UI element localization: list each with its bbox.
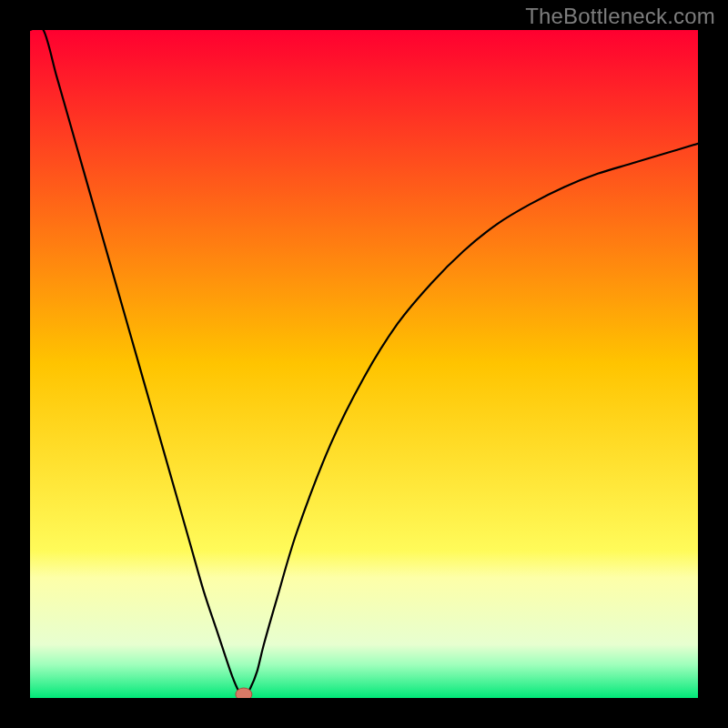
chart-frame: TheBottleneck.com [0, 0, 728, 728]
watermark-text: TheBottleneck.com [525, 4, 715, 29]
bottleneck-chart [30, 30, 698, 698]
gradient-background [30, 30, 698, 698]
optimal-point-marker [236, 688, 252, 698]
